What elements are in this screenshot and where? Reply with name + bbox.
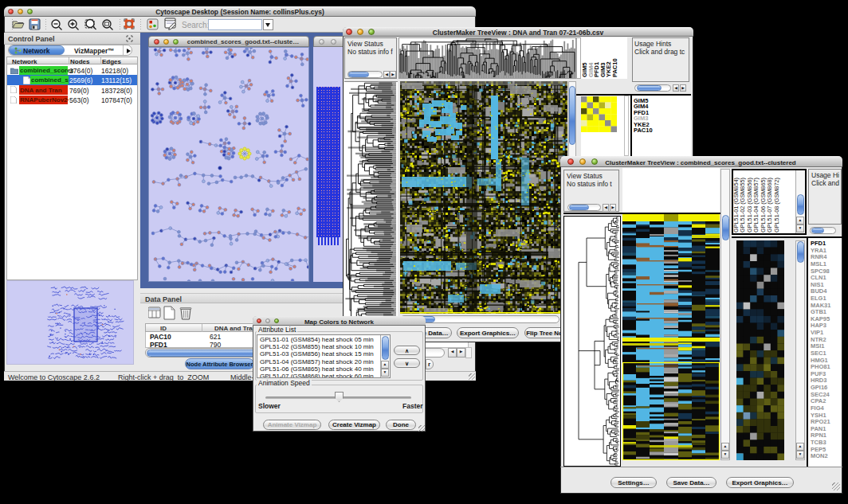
svg-text:PAC10: PAC10 bbox=[611, 58, 618, 77]
svg-text:GPL51-08 (GSM872): GPL51-08 (GSM872) bbox=[773, 178, 780, 232]
